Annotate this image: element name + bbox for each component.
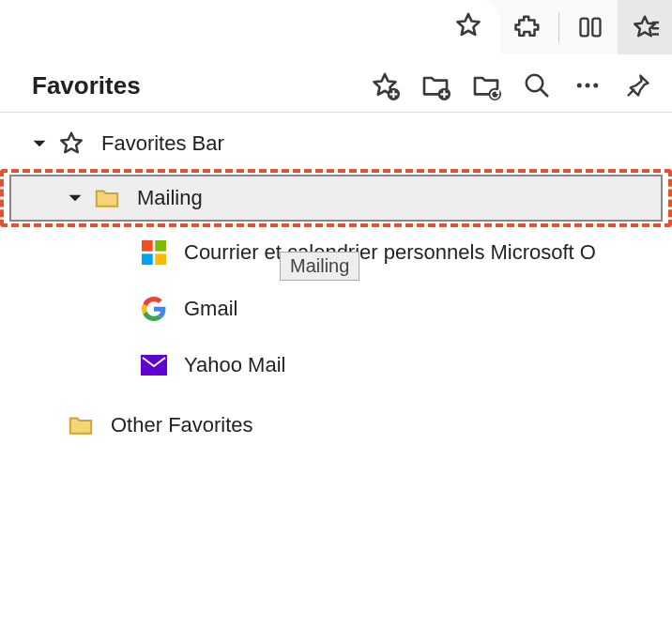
- yahoo-mail-icon: [137, 355, 171, 376]
- bookmark-label: Courrier et calendrier personnels Micros…: [184, 240, 596, 265]
- svg-line-13: [629, 90, 634, 96]
- tooltip: Mailing: [280, 252, 359, 281]
- favorites-button[interactable]: [618, 0, 672, 54]
- svg-line-9: [541, 89, 548, 97]
- svg-rect-15: [155, 240, 166, 252]
- svg-point-12: [593, 84, 598, 88]
- favorites-tree: Favorites Bar Mailing Courrier et calend…: [0, 120, 672, 449]
- svg-point-10: [577, 84, 582, 88]
- separator: [558, 12, 559, 42]
- more-options-button[interactable]: [573, 70, 603, 100]
- bookmark-item[interactable]: Gmail: [0, 285, 672, 332]
- divider: [0, 112, 672, 113]
- tree-label: Other Favorites: [111, 413, 253, 437]
- tree-folder-mailing[interactable]: Mailing: [9, 175, 663, 222]
- split-screen-button[interactable]: [563, 0, 618, 54]
- caret-down-icon[interactable]: [30, 136, 49, 151]
- bookmark-label: Gmail: [184, 297, 237, 321]
- microsoft-icon: [137, 240, 171, 265]
- panel-header: Favorites: [0, 57, 672, 112]
- bookmark-item[interactable]: Yahoo Mail: [0, 342, 672, 389]
- panel-title: Favorites: [32, 71, 370, 100]
- svg-rect-17: [155, 253, 166, 265]
- svg-point-11: [586, 84, 590, 88]
- address-area: [0, 0, 500, 54]
- add-folder-button[interactable]: [420, 70, 451, 100]
- star-outline-icon: [54, 130, 88, 158]
- svg-rect-16: [142, 253, 153, 265]
- svg-rect-0: [581, 19, 588, 37]
- svg-rect-14: [142, 240, 153, 252]
- pin-button[interactable]: [623, 70, 653, 100]
- tree-label: Favorites Bar: [101, 131, 224, 156]
- add-favorite-button[interactable]: [370, 70, 400, 100]
- extensions-button[interactable]: [500, 0, 555, 54]
- bookmark-label: Yahoo Mail: [184, 353, 285, 377]
- svg-rect-1: [592, 19, 600, 37]
- tree-other-favorites[interactable]: Other Favorites: [0, 402, 672, 449]
- folder-icon: [64, 411, 98, 439]
- highlighted-row-wrap: Mailing: [0, 169, 672, 227]
- search-button[interactable]: [522, 70, 552, 100]
- panel-actions: [370, 70, 653, 100]
- google-icon: [137, 297, 171, 321]
- folder-icon: [90, 184, 124, 212]
- restore-folder-button[interactable]: [471, 70, 501, 100]
- tree-label: Mailing: [137, 186, 203, 210]
- browser-topbar: [0, 0, 672, 54]
- caret-down-icon[interactable]: [66, 191, 84, 206]
- star-outline-icon[interactable]: [453, 10, 483, 44]
- tree-favorites-bar[interactable]: Favorites Bar: [0, 120, 672, 167]
